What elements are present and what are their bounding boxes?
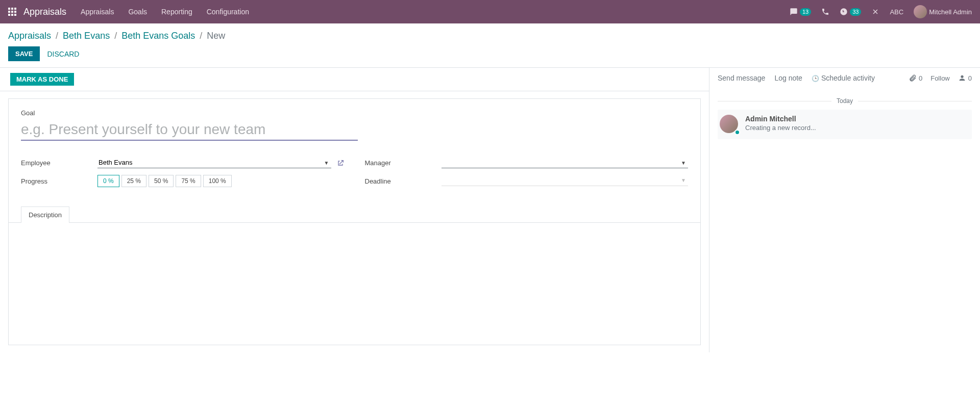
chatter-panel: Send message Log note 🕒Schedule activity… bbox=[709, 68, 980, 352]
nav-appraisals[interactable]: Appraisals bbox=[81, 8, 114, 16]
mark-done-button[interactable]: MARK AS DONE bbox=[10, 73, 74, 86]
message-item: Admin Mitchell Creating a new record... bbox=[718, 110, 972, 139]
save-button[interactable]: SAVE bbox=[8, 46, 40, 61]
clock-icon bbox=[840, 8, 848, 16]
close-button[interactable] bbox=[871, 8, 879, 16]
paperclip-icon bbox=[909, 74, 917, 82]
deadline-input[interactable]: ▼ bbox=[442, 176, 689, 186]
progress-25[interactable]: 25 % bbox=[121, 175, 146, 187]
messages-count: 13 bbox=[800, 8, 811, 16]
followers-button[interactable]: 0 bbox=[958, 74, 972, 82]
attachments-button[interactable]: 0 bbox=[909, 74, 922, 82]
breadcrumb-appraisals[interactable]: Appraisals bbox=[8, 31, 51, 41]
employee-input[interactable] bbox=[97, 157, 331, 168]
tab-description[interactable]: Description bbox=[21, 206, 69, 223]
activities-indicator[interactable]: 33 bbox=[840, 8, 861, 16]
company-switcher[interactable]: ABC bbox=[890, 8, 903, 16]
deadline-label: Deadline bbox=[365, 177, 442, 185]
breadcrumb-goals[interactable]: Beth Evans Goals bbox=[121, 31, 195, 41]
clock-icon: 🕒 bbox=[812, 75, 819, 82]
chat-icon bbox=[790, 8, 798, 16]
messages-indicator[interactable]: 13 bbox=[790, 8, 811, 16]
message-text: Creating a new record... bbox=[745, 124, 816, 132]
chevron-down-icon: ▼ bbox=[681, 177, 686, 183]
presence-indicator bbox=[734, 130, 740, 135]
follow-button[interactable]: Follow bbox=[930, 74, 950, 82]
discard-button[interactable]: DISCARD bbox=[47, 50, 79, 58]
top-nav-bar: Appraisals Appraisals Goals Reporting Co… bbox=[0, 0, 980, 23]
phone-indicator[interactable] bbox=[821, 8, 829, 16]
apps-icon[interactable] bbox=[8, 8, 16, 16]
close-icon bbox=[871, 8, 879, 16]
progress-75[interactable]: 75 % bbox=[176, 175, 201, 187]
nav-goals[interactable]: Goals bbox=[128, 8, 147, 16]
person-icon bbox=[958, 74, 966, 82]
user-avatar bbox=[914, 5, 927, 18]
form-view: MARK AS DONE Goal Employee ▼ bbox=[0, 68, 709, 352]
breadcrumb-current: New bbox=[207, 31, 225, 41]
schedule-activity-button[interactable]: 🕒Schedule activity bbox=[812, 74, 875, 82]
description-content[interactable] bbox=[9, 222, 700, 345]
send-message-button[interactable]: Send message bbox=[718, 74, 765, 82]
employee-label: Employee bbox=[21, 159, 97, 167]
nav-reporting[interactable]: Reporting bbox=[161, 8, 192, 16]
manager-label: Manager bbox=[365, 159, 442, 167]
progress-50[interactable]: 50 % bbox=[149, 175, 174, 187]
phone-icon bbox=[821, 8, 829, 16]
user-menu[interactable]: Mitchell Admin bbox=[914, 5, 972, 18]
date-separator: Today bbox=[718, 97, 972, 105]
breadcrumb: Appraisals / Beth Evans / Beth Evans Goa… bbox=[0, 23, 980, 46]
goal-input[interactable] bbox=[21, 120, 358, 141]
log-note-button[interactable]: Log note bbox=[774, 74, 802, 82]
external-link-icon[interactable] bbox=[336, 158, 345, 167]
main-menu: Appraisals Goals Reporting Configuration bbox=[81, 8, 249, 16]
progress-label: Progress bbox=[21, 177, 97, 185]
message-author: Admin Mitchell bbox=[745, 115, 816, 123]
goal-label: Goal bbox=[21, 109, 688, 117]
app-name: Appraisals bbox=[23, 7, 66, 17]
activities-count: 33 bbox=[850, 8, 861, 16]
progress-100[interactable]: 100 % bbox=[203, 175, 232, 187]
nav-configuration[interactable]: Configuration bbox=[207, 8, 249, 16]
progress-0[interactable]: 0 % bbox=[97, 175, 119, 187]
user-name: Mitchell Admin bbox=[929, 8, 972, 16]
progress-options: 0 % 25 % 50 % 75 % 100 % bbox=[97, 175, 232, 187]
breadcrumb-beth-evans[interactable]: Beth Evans bbox=[63, 31, 110, 41]
manager-input[interactable] bbox=[442, 157, 689, 168]
